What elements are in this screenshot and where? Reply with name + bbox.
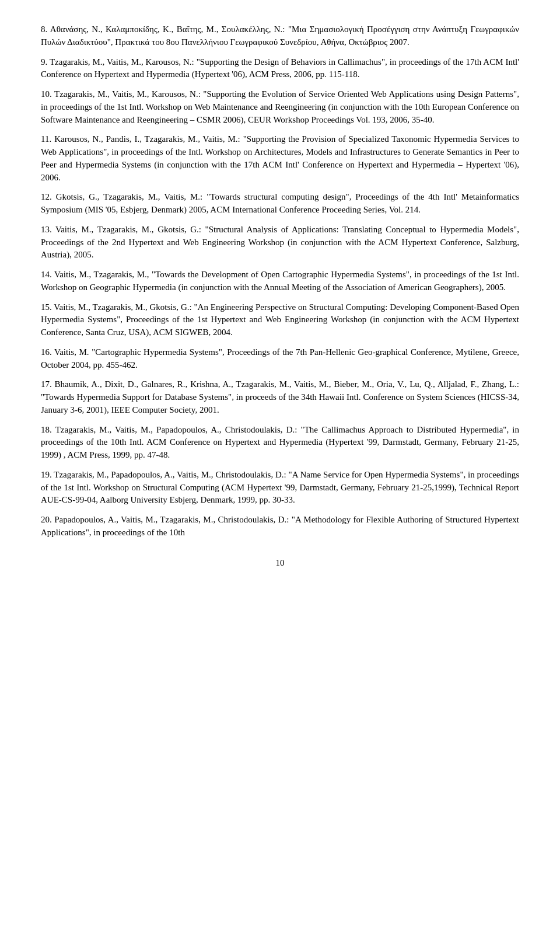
entry-number: 12. [41, 192, 56, 201]
list-item: 13. Vaitis, M., Tzagarakis, M., Gkotsis,… [41, 224, 519, 262]
entry-text: 9. Tzagarakis, M., Vaitis, M., Karousos,… [41, 56, 519, 82]
entry-text: 12. Gkotsis, G., Tzagarakis, M., Vaitis,… [41, 191, 519, 217]
list-item: 10. Tzagarakis, M., Vaitis, M., Karousos… [41, 88, 519, 126]
entries-container: 8. Αθανάσης, Ν., Καλαμποκίδης, Κ., Βαΐτη… [41, 23, 519, 539]
entry-text: 14. Vaitis, M., Tzagarakis, M., "Towards… [41, 269, 519, 294]
entry-number: 8. [41, 25, 50, 34]
entry-body: Papadopoulos, A., Vaitis, M., Tzagarakis… [41, 515, 519, 537]
entry-text: 15. Vaitis, M., Tzagarakis, M., Gkotsis,… [41, 301, 519, 339]
list-item: 15. Vaitis, M., Tzagarakis, M., Gkotsis,… [41, 301, 519, 339]
list-item: 18. Tzagarakis, M., Vaitis, M., Papadopo… [41, 424, 519, 462]
entry-number: 19. [41, 470, 54, 479]
entry-text: 16. Vaitis, M. "Cartographic Hypermedia … [41, 346, 519, 372]
entry-text: 13. Vaitis, M., Tzagarakis, M., Gkotsis,… [41, 224, 519, 262]
entry-number: 15. [41, 302, 54, 312]
list-item: 9. Tzagarakis, M., Vaitis, M., Karousos,… [41, 56, 519, 82]
entry-body: Tzagarakis, M., Vaitis, M., Papadopoulos… [41, 425, 519, 460]
page-number: 10 [41, 557, 519, 570]
list-item: 14. Vaitis, M., Tzagarakis, M., "Towards… [41, 269, 519, 294]
entry-text: 18. Tzagarakis, M., Vaitis, M., Papadopo… [41, 424, 519, 462]
entry-number: 14. [41, 270, 54, 279]
entry-text: 11. Karousos, N., Pandis, I., Tzagarakis… [41, 133, 519, 184]
entry-text: 17. Bhaumik, A., Dixit, D., Galnares, R.… [41, 378, 519, 416]
entry-number: 13. [41, 225, 55, 234]
entry-text: 20. Papadopoulos, A., Vaitis, M., Tzagar… [41, 514, 519, 539]
entry-body: Bhaumik, A., Dixit, D., Galnares, R., Kr… [41, 379, 519, 414]
list-item: 11. Karousos, N., Pandis, I., Tzagarakis… [41, 133, 519, 184]
entry-body: Tzagarakis, M., Vaitis, M., Karousos, N.… [41, 89, 519, 124]
list-item: 16. Vaitis, M. "Cartographic Hypermedia … [41, 346, 519, 372]
entry-number: 10. [41, 89, 54, 99]
entry-body: Vaitis, M., Tzagarakis, M., Gkotsis, G.:… [41, 225, 519, 260]
list-item: 12. Gkotsis, G., Tzagarakis, M., Vaitis,… [41, 191, 519, 217]
entry-text: 8. Αθανάσης, Ν., Καλαμποκίδης, Κ., Βαΐτη… [41, 23, 519, 49]
entry-text: 19. Tzagarakis, M., Papadopoulos, A., Va… [41, 469, 519, 507]
entry-number: 16. [41, 347, 54, 357]
entry-number: 9. [41, 57, 50, 67]
entry-body: Tzagarakis, M., Papadopoulos, A., Vaitis… [41, 470, 519, 505]
entry-body: Vaitis, M. "Cartographic Hypermedia Syst… [41, 347, 519, 370]
entry-body: Karousos, N., Pandis, I., Tzagarakis, M.… [41, 134, 519, 182]
list-item: 19. Tzagarakis, M., Papadopoulos, A., Va… [41, 469, 519, 507]
entry-text: 10. Tzagarakis, M., Vaitis, M., Karousos… [41, 88, 519, 126]
list-item: 20. Papadopoulos, A., Vaitis, M., Tzagar… [41, 514, 519, 539]
entry-body: Gkotsis, G., Tzagarakis, M., Vaitis, M.:… [41, 192, 519, 214]
entry-body: Αθανάσης, Ν., Καλαμποκίδης, Κ., Βαΐτης, … [41, 25, 519, 47]
main-content: 8. Αθανάσης, Ν., Καλαμποκίδης, Κ., Βαΐτη… [41, 23, 519, 569]
entry-number: 18. [41, 425, 55, 434]
entry-body: Vaitis, M., Tzagarakis, M., "Towards the… [41, 270, 519, 292]
entry-number: 20. [41, 515, 54, 524]
list-item: 17. Bhaumik, A., Dixit, D., Galnares, R.… [41, 378, 519, 416]
list-item: 8. Αθανάσης, Ν., Καλαμποκίδης, Κ., Βαΐτη… [41, 23, 519, 49]
entry-body: Tzagarakis, M., Vaitis, M., Karousos, N.… [41, 57, 519, 79]
entry-number: 11. [41, 134, 54, 144]
entry-number: 17. [41, 379, 55, 389]
entry-body: Vaitis, M., Tzagarakis, M., Gkotsis, G.:… [41, 302, 519, 337]
